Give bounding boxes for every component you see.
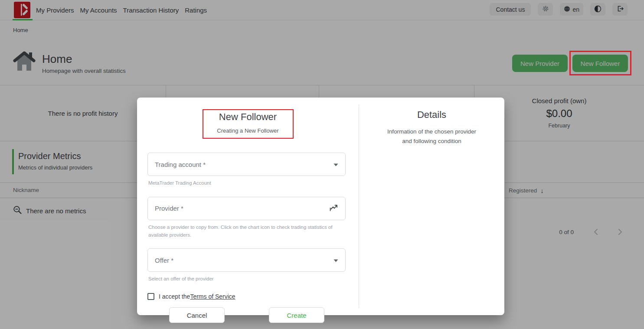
details-subtitle: Information of the chosen provider and f… (382, 127, 481, 147)
create-button[interactable]: Create (269, 307, 324, 323)
provider-label: Provider * (155, 205, 183, 212)
dialog-details-column: Details Information of the chosen provid… (359, 98, 504, 147)
app-screen: My Providers My Accounts Transaction His… (0, 0, 644, 329)
terms-of-service-link[interactable]: Terms of Service (190, 293, 235, 300)
trading-account-select[interactable]: Trading account * (147, 153, 346, 176)
terms-row: I accept the Terms of Service (147, 293, 346, 300)
offer-select[interactable]: Offer * (147, 248, 346, 272)
terms-text: I accept the (159, 293, 190, 300)
dialog-actions: Cancel Create (147, 307, 346, 323)
provider-select[interactable]: Provider * (147, 197, 346, 220)
chevron-down-icon (333, 160, 338, 168)
dialog-form-column: New Follower Creating a New Follower Tra… (137, 98, 359, 315)
new-follower-dialog: New Follower Creating a New Follower Tra… (137, 98, 504, 315)
offer-helper: Select an offer of the provider (147, 275, 340, 283)
chevron-down-icon (333, 256, 338, 264)
cancel-button[interactable]: Cancel (169, 307, 225, 323)
annotation-highlight-title: New Follower Creating a New Follower (203, 109, 294, 139)
details-title: Details (359, 109, 504, 121)
provider-helper: Choose a provider to copy from. Click on… (147, 224, 340, 239)
offer-label: Offer * (155, 257, 173, 264)
dialog-form: Trading account * MetaTrader Trading Acc… (147, 153, 346, 323)
dialog-subtitle: Creating a New Follower (203, 127, 293, 134)
provider-chart-icon[interactable] (329, 203, 338, 214)
trading-account-label: Trading account * (155, 161, 206, 168)
dialog-title: New Follower (203, 111, 293, 123)
terms-checkbox[interactable] (147, 293, 154, 300)
trading-account-helper: MetaTrader Trading Account (147, 179, 340, 187)
